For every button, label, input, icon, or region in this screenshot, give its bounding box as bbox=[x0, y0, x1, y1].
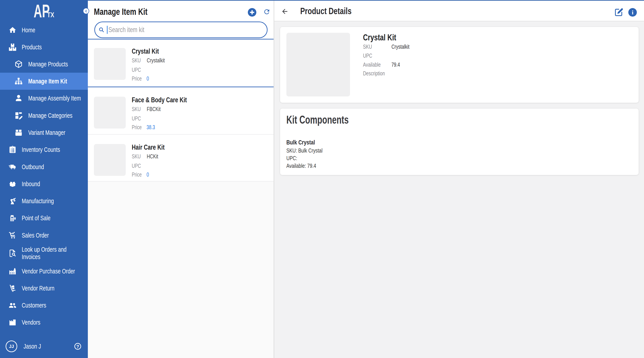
svg-text:i: i bbox=[632, 9, 633, 16]
svg-text:?: ? bbox=[76, 344, 79, 349]
svg-text:TX: TX bbox=[47, 11, 54, 19]
